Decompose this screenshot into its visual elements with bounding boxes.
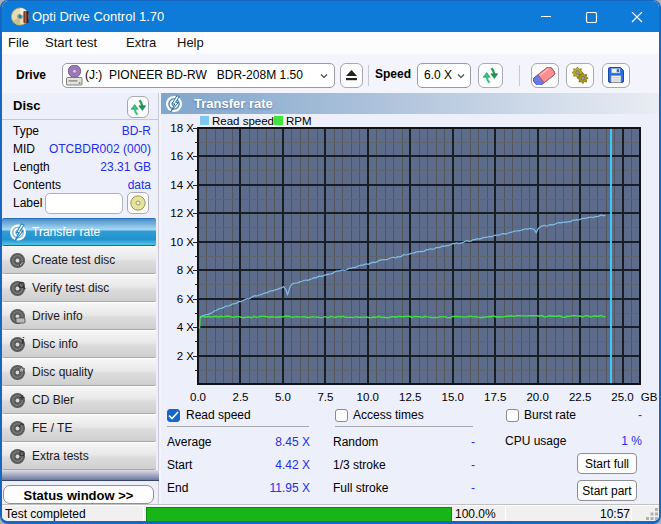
svg-text:8 X: 8 X bbox=[177, 264, 195, 276]
svg-text:10 X: 10 X bbox=[170, 236, 194, 248]
svg-text:0.0: 0.0 bbox=[190, 391, 206, 403]
svg-text:7.5: 7.5 bbox=[317, 391, 333, 403]
svg-text:5.0: 5.0 bbox=[275, 391, 291, 403]
svg-text:12.5: 12.5 bbox=[399, 391, 421, 403]
svg-text:10.0: 10.0 bbox=[357, 391, 379, 403]
svg-text:4 X: 4 X bbox=[177, 321, 195, 333]
svg-text:15.0: 15.0 bbox=[442, 391, 464, 403]
svg-text:22.5: 22.5 bbox=[569, 391, 591, 403]
svg-text:12 X: 12 X bbox=[170, 207, 194, 219]
svg-text:18 X: 18 X bbox=[170, 122, 194, 134]
svg-text:14 X: 14 X bbox=[170, 179, 194, 191]
svg-text:RPM: RPM bbox=[286, 115, 312, 127]
svg-text:Read speed: Read speed bbox=[212, 115, 274, 127]
svg-text:GB: GB bbox=[641, 391, 658, 403]
svg-text:2.5: 2.5 bbox=[233, 391, 249, 403]
svg-text:2 X: 2 X bbox=[177, 350, 195, 362]
svg-text:6 X: 6 X bbox=[177, 293, 195, 305]
svg-text:25.0: 25.0 bbox=[611, 391, 633, 403]
svg-text:20.0: 20.0 bbox=[526, 391, 548, 403]
svg-text:17.5: 17.5 bbox=[484, 391, 506, 403]
svg-text:16 X: 16 X bbox=[170, 150, 194, 162]
